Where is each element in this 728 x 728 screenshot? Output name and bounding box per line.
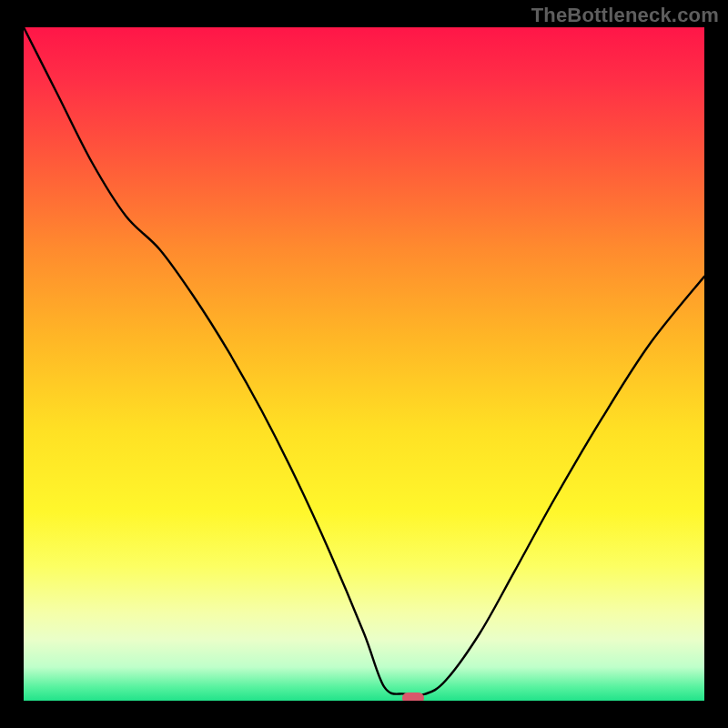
bottleneck-curve bbox=[24, 27, 704, 701]
watermark-text: TheBottleneck.com bbox=[531, 4, 719, 27]
plot-area bbox=[24, 27, 704, 701]
optimal-marker bbox=[402, 693, 424, 701]
chart-frame: TheBottleneck.com bbox=[0, 0, 728, 728]
